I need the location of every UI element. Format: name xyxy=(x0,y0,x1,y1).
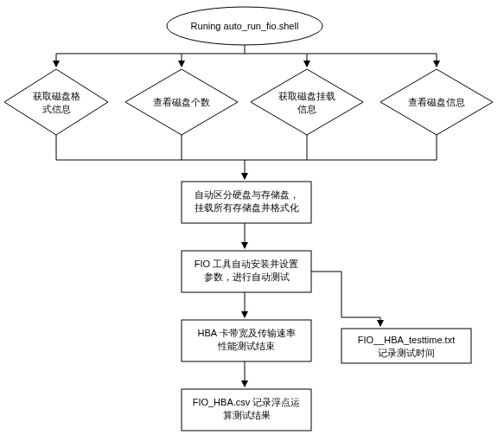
node-d1 xyxy=(4,69,108,135)
node-start xyxy=(167,7,322,45)
flowchart-canvas xyxy=(0,0,504,441)
node-p1 xyxy=(182,182,311,223)
node-p5 xyxy=(182,389,311,431)
node-d4 xyxy=(380,69,493,135)
node-p2 xyxy=(182,251,311,292)
node-d2 xyxy=(125,69,238,135)
node-p3 xyxy=(182,320,311,361)
node-p4 xyxy=(341,329,471,363)
node-d3 xyxy=(251,69,363,135)
